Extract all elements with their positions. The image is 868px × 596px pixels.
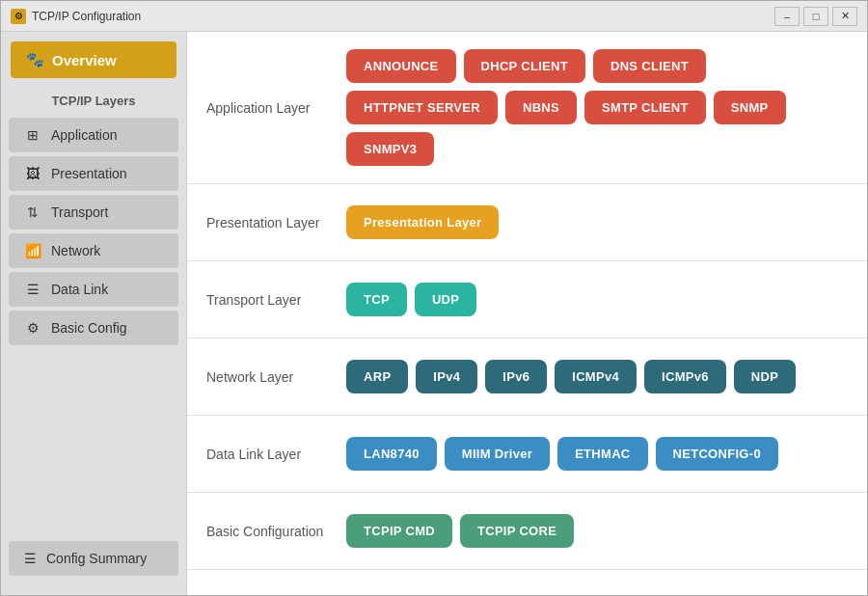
presentation-icon: 🖼 (24, 165, 41, 182)
layer-label-data-link-layer: Data Link Layer (206, 447, 346, 462)
badge-transport-layer-0[interactable]: TCP (346, 283, 407, 316)
badge-network-layer-3[interactable]: ICMPv4 (555, 360, 637, 393)
sidebar-item-transport[interactable]: ⇅ Transport (9, 195, 178, 230)
main-window: ⚙ TCP/IP Configuration – □ ✕ 🐾 Overview … (0, 0, 868, 596)
data-link-icon: ☰ (24, 281, 41, 298)
title-bar: ⚙ TCP/IP Configuration – □ ✕ (1, 1, 867, 32)
sidebar-item-label: Application (51, 127, 118, 143)
badge-application-layer-2[interactable]: DNS CLIENT (593, 49, 706, 83)
sidebar: 🐾 Overview TCP/IP Layers ⊞ Application 🖼… (1, 32, 187, 595)
sidebar-bottom: ☰ Config Summary (1, 531, 186, 585)
layer-label-basic-configuration: Basic Configuration (206, 524, 346, 539)
transport-icon: ⇅ (24, 203, 41, 221)
layer-badges-data-link-layer: LAN8740MIIM DriverETHMACNETCONFIG-0 (346, 437, 848, 471)
badge-data-link-layer-2[interactable]: ETHMAC (557, 437, 647, 471)
basic-config-icon: ⚙ (24, 319, 41, 337)
badge-presentation-layer-0[interactable]: Presentation Layer (346, 205, 499, 239)
badge-network-layer-4[interactable]: ICMPv6 (644, 360, 726, 393)
badge-application-layer-4[interactable]: NBNS (505, 91, 577, 124)
badge-application-layer-0[interactable]: ANNOUNCE (346, 49, 456, 83)
layer-row-data-link-layer: Data Link LayerLAN8740MIIM DriverETHMACN… (187, 416, 867, 493)
window-controls: – □ ✕ (774, 7, 857, 26)
network-icon: 📶 (24, 242, 41, 259)
overview-label: Overview (52, 52, 117, 68)
badge-network-layer-2[interactable]: IPv6 (485, 360, 547, 393)
minimize-button[interactable]: – (774, 7, 800, 26)
layer-badges-basic-configuration: TCPIP CMDTCPIP CORE (346, 514, 848, 548)
sidebar-item-label: Network (51, 243, 100, 258)
layer-label-presentation-layer: Presentation Layer (206, 215, 346, 230)
sidebar-item-application[interactable]: ⊞ Application (9, 118, 178, 152)
badge-application-layer-5[interactable]: SMTP CLIENT (584, 91, 706, 124)
layer-badges-network-layer: ARPIPv4IPv6ICMPv4ICMPv6NDP (346, 360, 848, 393)
sidebar-item-presentation[interactable]: 🖼 Presentation (9, 156, 178, 191)
layer-badges-application-layer: ANNOUNCEDHCP CLIENTDNS CLIENTHTTPNET SER… (346, 49, 848, 166)
window-title: TCP/IP Configuration (32, 10, 774, 23)
layer-label-network-layer: Network Layer (206, 369, 346, 385)
sidebar-item-label: Presentation (51, 166, 127, 181)
badge-application-layer-6[interactable]: SNMP (714, 91, 786, 124)
sidebar-item-label: Data Link (51, 282, 108, 297)
overview-icon: 🐾 (26, 51, 44, 68)
layer-row-transport-layer: Transport LayerTCPUDP (187, 261, 867, 339)
badge-network-layer-0[interactable]: ARP (346, 360, 408, 393)
config-summary-icon: ☰ (24, 551, 37, 566)
badge-network-layer-1[interactable]: IPv4 (416, 360, 477, 393)
layer-label-transport-layer: Transport Layer (206, 292, 346, 308)
badge-transport-layer-1[interactable]: UDP (415, 283, 476, 316)
layer-badges-transport-layer: TCPUDP (346, 283, 848, 316)
badge-data-link-layer-3[interactable]: NETCONFIG-0 (656, 437, 778, 471)
section-title: TCP/IP Layers (1, 94, 186, 108)
app-icon: ⚙ (11, 9, 26, 24)
badge-application-layer-3[interactable]: HTTPNET SERVER (346, 91, 498, 124)
badge-data-link-layer-0[interactable]: LAN8740 (346, 437, 437, 471)
badge-data-link-layer-1[interactable]: MIIM Driver (445, 437, 550, 471)
layer-badges-presentation-layer: Presentation Layer (346, 205, 848, 239)
sidebar-item-label: Basic Config (51, 320, 127, 336)
layer-row-presentation-layer: Presentation LayerPresentation Layer (187, 184, 867, 261)
layer-row-basic-configuration: Basic ConfigurationTCPIP CMDTCPIP CORE (187, 493, 867, 570)
badge-application-layer-1[interactable]: DHCP CLIENT (464, 49, 585, 83)
badge-application-layer-7[interactable]: SNMPV3 (346, 132, 434, 166)
main-panel: Application LayerANNOUNCEDHCP CLIENTDNS … (187, 32, 867, 595)
overview-button[interactable]: 🐾 Overview (11, 41, 176, 78)
maximize-button[interactable]: □ (803, 7, 828, 26)
sidebar-item-network[interactable]: 📶 Network (9, 233, 178, 268)
badge-basic-configuration-0[interactable]: TCPIP CMD (346, 514, 452, 548)
layer-row-network-layer: Network LayerARPIPv4IPv6ICMPv4ICMPv6NDP (187, 339, 867, 416)
close-button[interactable]: ✕ (832, 7, 857, 26)
layer-row-application-layer: Application LayerANNOUNCEDHCP CLIENTDNS … (187, 32, 867, 184)
app-content: 🐾 Overview TCP/IP Layers ⊞ Application 🖼… (1, 32, 867, 595)
sidebar-item-basic-config[interactable]: ⚙ Basic Config (9, 311, 178, 345)
sidebar-item-label: Transport (51, 204, 108, 220)
application-icon: ⊞ (24, 126, 41, 144)
config-summary-label: Config Summary (46, 551, 147, 566)
sidebar-item-data-link[interactable]: ☰ Data Link (9, 272, 178, 307)
badge-network-layer-5[interactable]: NDP (734, 360, 796, 393)
layer-label-application-layer: Application Layer (206, 100, 346, 116)
config-summary-button[interactable]: ☰ Config Summary (9, 541, 178, 576)
badge-basic-configuration-1[interactable]: TCPIP CORE (460, 514, 574, 548)
